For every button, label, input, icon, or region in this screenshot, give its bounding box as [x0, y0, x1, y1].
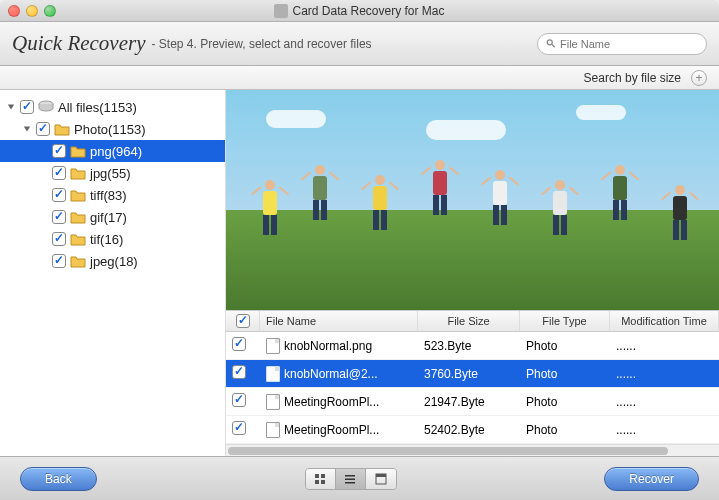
table-header: File Name File Size File Type Modificati…: [226, 310, 719, 332]
table-row[interactable]: MeetingRoomPl...52402.BytePhoto......: [226, 416, 719, 444]
tree-leaf[interactable]: jpg(55): [0, 162, 225, 184]
disclosure-triangle[interactable]: [22, 125, 32, 133]
cell-filename: knobNormal@2...: [284, 367, 378, 381]
tree-checkbox[interactable]: [52, 210, 66, 224]
row-checkbox[interactable]: [232, 421, 246, 435]
table-row[interactable]: MeetingRoomPl...21947.BytePhoto......: [226, 388, 719, 416]
tree-node-photo[interactable]: Photo(1153): [0, 118, 225, 140]
view-grid-button[interactable]: [306, 469, 336, 489]
tree-label: gif(17): [90, 210, 127, 225]
main-panel: File Name File Size File Type Modificati…: [226, 90, 719, 456]
folder-icon: [70, 166, 86, 180]
tree-leaf[interactable]: tiff(83): [0, 184, 225, 206]
svg-rect-8: [321, 480, 325, 484]
tree-checkbox[interactable]: [52, 166, 66, 180]
tree-label: tif(16): [90, 232, 123, 247]
tree-leaf[interactable]: jpeg(18): [0, 250, 225, 272]
svg-point-0: [547, 40, 552, 45]
tree-leaf[interactable]: gif(17): [0, 206, 225, 228]
cell-filesize: 21947.Byte: [418, 395, 520, 409]
app-icon: [274, 4, 288, 18]
file-icon: [266, 338, 280, 354]
svg-marker-4: [24, 127, 30, 132]
svg-marker-2: [8, 105, 14, 110]
cell-filename: MeetingRoomPl...: [284, 395, 379, 409]
window-title: Card Data Recovery for Mac: [0, 4, 719, 18]
svg-rect-9: [345, 475, 355, 477]
folder-icon: [70, 210, 86, 224]
svg-rect-6: [321, 474, 325, 478]
scrollbar-thumb[interactable]: [228, 447, 668, 455]
cell-filesize: 523.Byte: [418, 339, 520, 353]
horizontal-scrollbar[interactable]: [226, 444, 719, 456]
tree-checkbox[interactable]: [52, 254, 66, 268]
file-icon: [266, 394, 280, 410]
svg-line-1: [552, 44, 555, 47]
folder-icon: [54, 122, 70, 136]
folder-icon: [70, 144, 86, 158]
add-filter-button[interactable]: +: [691, 70, 707, 86]
view-mode-selector: [305, 468, 397, 490]
table-row[interactable]: knobNormal@2...3760.BytePhoto......: [226, 360, 719, 388]
svg-rect-5: [315, 474, 319, 478]
cell-filename: knobNormal.png: [284, 339, 372, 353]
cell-modtime: ......: [610, 423, 719, 437]
tree-leaf[interactable]: png(964): [0, 140, 225, 162]
detail-icon: [375, 473, 387, 485]
cell-modtime: ......: [610, 367, 719, 381]
titlebar: Card Data Recovery for Mac: [0, 0, 719, 22]
back-button[interactable]: Back: [20, 467, 97, 491]
cell-filetype: Photo: [520, 395, 610, 409]
column-filetype[interactable]: File Type: [520, 311, 610, 331]
folder-icon: [70, 188, 86, 202]
tree-root[interactable]: All files(1153): [0, 96, 225, 118]
tree-label: Photo(1153): [74, 122, 146, 137]
column-filename[interactable]: File Name: [260, 311, 418, 331]
file-icon: [266, 422, 280, 438]
tree-checkbox[interactable]: [36, 122, 50, 136]
step-label: - Step 4. Preview, select and recover fi…: [152, 37, 372, 51]
recover-button[interactable]: Recover: [604, 467, 699, 491]
search-input[interactable]: [560, 38, 698, 50]
tree-checkbox[interactable]: [20, 100, 34, 114]
row-checkbox[interactable]: [232, 337, 246, 351]
svg-rect-7: [315, 480, 319, 484]
header-title: Quick Recovery: [12, 31, 146, 56]
view-list-button[interactable]: [336, 469, 366, 489]
folder-icon: [70, 232, 86, 246]
tree-label: jpeg(18): [90, 254, 138, 269]
svg-rect-13: [376, 474, 386, 477]
folder-icon: [70, 254, 86, 268]
cell-modtime: ......: [610, 339, 719, 353]
header: Quick Recovery - Step 4. Preview, select…: [0, 22, 719, 66]
subheader: Search by file size +: [0, 66, 719, 90]
tree-checkbox[interactable]: [52, 232, 66, 246]
file-tree: All files(1153) Photo(1153) png(964)jpg(…: [0, 90, 226, 456]
svg-rect-11: [345, 482, 355, 484]
cell-filesize: 52402.Byte: [418, 423, 520, 437]
column-modtime[interactable]: Modification Time: [610, 311, 719, 331]
tree-label: tiff(83): [90, 188, 127, 203]
row-checkbox[interactable]: [232, 393, 246, 407]
disclosure-triangle[interactable]: [6, 103, 16, 111]
view-detail-button[interactable]: [366, 469, 396, 489]
cell-filetype: Photo: [520, 339, 610, 353]
search-by-size-label[interactable]: Search by file size: [584, 71, 681, 85]
row-checkbox[interactable]: [232, 365, 246, 379]
search-icon: [546, 38, 556, 49]
cell-filetype: Photo: [520, 367, 610, 381]
tree-checkbox[interactable]: [52, 188, 66, 202]
grid-icon: [314, 473, 326, 485]
tree-checkbox[interactable]: [52, 144, 66, 158]
cell-filesize: 3760.Byte: [418, 367, 520, 381]
tree-label: All files(1153): [58, 100, 137, 115]
cell-modtime: ......: [610, 395, 719, 409]
tree-leaf[interactable]: tif(16): [0, 228, 225, 250]
select-all-checkbox[interactable]: [236, 314, 250, 328]
tree-label: png(964): [90, 144, 142, 159]
column-filesize[interactable]: File Size: [418, 311, 520, 331]
tree-label: jpg(55): [90, 166, 130, 181]
search-box[interactable]: [537, 33, 707, 55]
table-row[interactable]: knobNormal.png523.BytePhoto......: [226, 332, 719, 360]
cell-filetype: Photo: [520, 423, 610, 437]
